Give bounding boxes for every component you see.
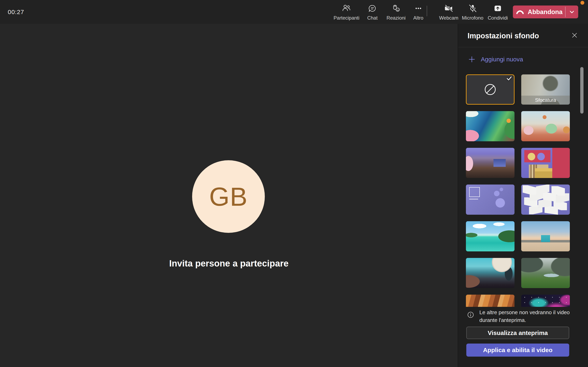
share-label: Condividi <box>488 15 508 21</box>
meeting-stage: GB Invita persone a partecipare <box>0 24 458 367</box>
reactions-icon <box>391 3 401 13</box>
panel-title: Impostazioni sfondo <box>467 32 539 40</box>
background-thumbnail-mountain-valley[interactable] <box>521 258 570 288</box>
background-thumbnail-pantone-swatches[interactable] <box>521 184 570 215</box>
chevron-down-icon <box>569 9 575 15</box>
background-thumbnail-canyon[interactable] <box>466 295 515 307</box>
pantone-tag-line <box>469 199 478 200</box>
microphone-label: Microfono <box>462 15 483 21</box>
invite-people-text: Invita persone a partecipare <box>0 258 458 268</box>
webcam-off-icon <box>444 3 454 13</box>
mic-off-icon <box>468 3 477 13</box>
panel-header-divider <box>458 47 588 47</box>
share-icon <box>493 3 502 13</box>
background-thumbnail-lifeguard-beach[interactable] <box>521 221 570 251</box>
panel-footer: Le altre persone non vedranno il video d… <box>458 307 588 367</box>
hangup-phone-icon <box>516 9 525 15</box>
no-background-icon <box>484 83 496 95</box>
avatar-initials: GB <box>209 182 248 212</box>
close-icon <box>571 32 578 39</box>
leave-meeting-button[interactable]: Abbandona <box>513 6 578 18</box>
chat-icon <box>368 3 377 13</box>
meeting-top-bar: 00:27 Partecipanti Chat <box>0 0 588 24</box>
plus-icon <box>468 56 476 63</box>
people-icon <box>342 3 351 13</box>
background-thumbnail-very-peri-fur[interactable] <box>466 184 515 215</box>
preview-info-text: Le altre persone non vedranno il video d… <box>479 309 571 324</box>
background-thumbnail-tropical-island[interactable] <box>466 221 515 251</box>
close-panel-button[interactable] <box>570 31 579 40</box>
add-new-background-button[interactable]: Aggiungi nuova <box>468 56 523 63</box>
background-settings-panel: Impostazioni sfondo Aggiungi nuova <box>458 24 588 367</box>
panel-scrollbar-thumb[interactable] <box>580 67 584 114</box>
apply-and-enable-video-button[interactable]: Applica e abilita il video <box>466 343 569 357</box>
add-new-label: Aggiungi nuova <box>481 56 523 63</box>
avatar: GB <box>192 160 265 233</box>
chat-label: Chat <box>367 15 378 21</box>
background-thumbnail-purple-living-room[interactable] <box>466 148 515 178</box>
more-button[interactable]: Altro <box>401 3 436 23</box>
background-thumbnail-papercut-ocean-art[interactable] <box>466 111 515 141</box>
leave-meeting-main[interactable]: Abbandona <box>513 6 565 18</box>
leave-button-label: Abbandona <box>528 8 563 16</box>
info-icon <box>467 311 474 318</box>
background-thumbnail-alien-planet[interactable] <box>466 258 515 288</box>
more-label: Altro <box>413 15 423 21</box>
share-button[interactable]: Condividi <box>480 3 515 23</box>
background-thumbnail-geometric-studio[interactable] <box>521 148 570 178</box>
blur-label: Sfocatura <box>521 96 570 105</box>
meeting-timer: 00:27 <box>8 0 24 24</box>
teams-meeting-window: 00:27 Partecipanti Chat <box>0 0 588 367</box>
background-thumbnail-galaxy-nebula[interactable] <box>521 295 570 307</box>
preview-info-row: Le altre persone non vedranno il video d… <box>467 309 571 324</box>
background-thumbnail-candyland-birthday[interactable] <box>521 111 570 141</box>
background-thumbnail-none[interactable] <box>466 75 515 105</box>
background-thumbnail-blur[interactable]: Sfocatura <box>521 75 570 105</box>
leave-options-button[interactable] <box>566 6 578 18</box>
more-icon <box>414 3 423 13</box>
background-thumbnail-grid: Sfocatura <box>458 75 588 307</box>
preview-button[interactable]: Visualizza anteprima <box>466 327 569 339</box>
selected-check-icon <box>506 76 512 81</box>
toolbar-divider <box>427 6 427 16</box>
recording-status-dot <box>580 1 584 5</box>
pantone-tag <box>469 187 480 197</box>
